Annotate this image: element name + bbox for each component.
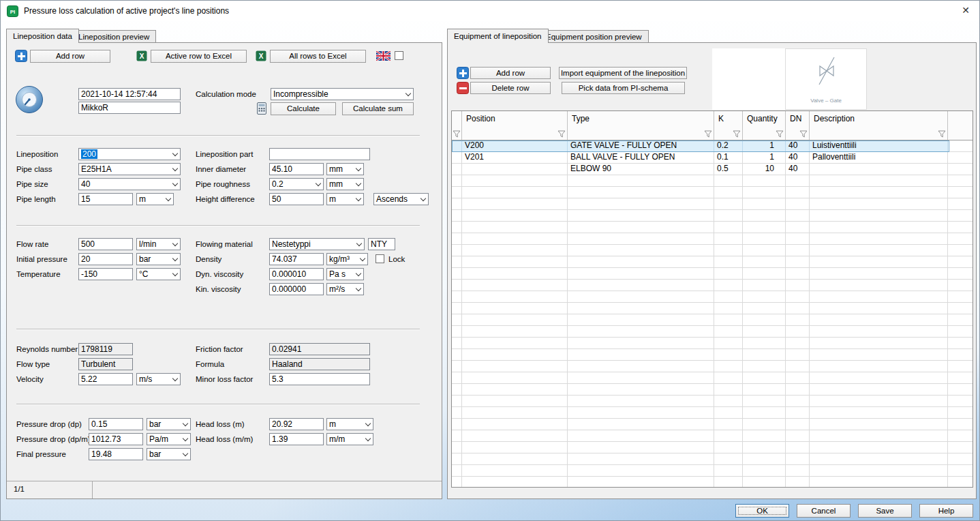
table-header-type[interactable]: Type bbox=[568, 111, 714, 140]
height-difference-unit-combobox[interactable]: m bbox=[326, 193, 364, 205]
pick-data-pi-schema-button[interactable]: Pick data from PI-schema bbox=[562, 82, 685, 94]
table-empty-row[interactable] bbox=[452, 256, 973, 268]
final-pressure-unit-combobox[interactable]: bar bbox=[147, 448, 191, 460]
table-row[interactable]: ELBOW 90 0.5 10 40 bbox=[452, 164, 973, 175]
row-gutter[interactable] bbox=[452, 140, 462, 152]
ok-button[interactable]: OK bbox=[735, 504, 789, 518]
kin-viscosity-unit-combobox[interactable]: m²/s bbox=[326, 283, 364, 295]
excel-icon[interactable]: X bbox=[136, 50, 147, 61]
pipe-class-combobox[interactable]: E25H1A bbox=[78, 163, 181, 175]
minor-loss-factor-input[interactable] bbox=[269, 373, 370, 385]
table-empty-row[interactable] bbox=[452, 291, 973, 303]
table-empty-row[interactable] bbox=[452, 442, 973, 453]
cell-position[interactable] bbox=[462, 164, 568, 175]
calculate-sum-button[interactable]: Calculate sum bbox=[342, 102, 414, 115]
lineposition-part-input[interactable] bbox=[269, 148, 370, 160]
pipe-roughness-combobox[interactable]: 0.2 bbox=[269, 178, 324, 190]
flow-rate-unit-combobox[interactable]: l/min bbox=[136, 238, 181, 250]
head-loss-m-input[interactable] bbox=[269, 418, 324, 430]
table-empty-row[interactable] bbox=[452, 280, 973, 291]
save-button[interactable]: Save bbox=[858, 504, 912, 518]
table-empty-row[interactable] bbox=[452, 453, 973, 465]
table-row[interactable]: V201 BALL VALVE - FULLY OPEN 0.1 1 40 Pa… bbox=[452, 152, 973, 164]
kin-viscosity-input[interactable] bbox=[269, 283, 324, 295]
temperature-input[interactable] bbox=[78, 268, 133, 280]
close-icon[interactable]: ✕ bbox=[962, 5, 970, 16]
flow-rate-input[interactable] bbox=[78, 238, 133, 250]
temperature-unit-combobox[interactable]: °C bbox=[136, 268, 181, 280]
head-loss-mm-unit-combobox[interactable]: m/m bbox=[326, 433, 373, 445]
table-empty-row[interactable] bbox=[452, 187, 973, 198]
tab-lineposition-data[interactable]: Lineposition data bbox=[6, 29, 79, 43]
density-input[interactable] bbox=[269, 253, 324, 265]
cell-quantity[interactable]: 1 bbox=[743, 140, 786, 152]
filter-icon[interactable] bbox=[938, 130, 946, 138]
active-row-to-excel-button[interactable]: Active row to Excel bbox=[151, 50, 247, 63]
table-empty-row[interactable] bbox=[452, 384, 973, 396]
cell-k[interactable]: 0.1 bbox=[714, 152, 743, 164]
cancel-button[interactable]: Cancel bbox=[797, 504, 851, 518]
cell-description[interactable]: Luistiventtiili bbox=[810, 140, 948, 152]
equipment-delete-row-button[interactable]: Delete row bbox=[470, 82, 551, 94]
pressure-drop-dpm-unit-combobox[interactable]: Pa/m bbox=[147, 433, 191, 445]
table-header-quantity[interactable]: Quantity bbox=[743, 111, 786, 140]
table-empty-row[interactable] bbox=[452, 465, 973, 477]
cell-quantity[interactable]: 1 bbox=[743, 152, 786, 164]
delete-row-icon[interactable] bbox=[457, 82, 469, 94]
cell-dn[interactable]: 40 bbox=[786, 152, 810, 164]
cell-type[interactable]: ELBOW 90 bbox=[568, 164, 714, 175]
table-empty-row[interactable] bbox=[452, 372, 973, 384]
pressure-drop-dp-input[interactable] bbox=[89, 418, 143, 430]
pipe-length-unit-combobox[interactable]: m bbox=[136, 193, 174, 205]
filter-icon[interactable] bbox=[776, 130, 784, 138]
flowing-material-combobox[interactable]: Nestetyppi bbox=[269, 238, 365, 250]
cell-position[interactable]: V201 bbox=[462, 152, 568, 164]
table-empty-row[interactable] bbox=[452, 314, 973, 326]
table-empty-row[interactable] bbox=[452, 245, 973, 256]
filter-icon[interactable] bbox=[453, 130, 461, 138]
calculation-mode-combobox[interactable]: Incompressible bbox=[271, 88, 414, 100]
inner-diameter-unit-combobox[interactable]: mm bbox=[326, 163, 364, 175]
height-difference-input[interactable] bbox=[269, 193, 324, 205]
filter-icon[interactable] bbox=[799, 130, 808, 138]
pipe-length-input[interactable] bbox=[78, 193, 133, 205]
table-empty-row[interactable] bbox=[452, 222, 973, 233]
cell-dn[interactable]: 40 bbox=[786, 140, 810, 152]
calculate-button[interactable]: Calculate bbox=[271, 102, 336, 115]
table-empty-row[interactable] bbox=[452, 419, 973, 430]
all-rows-to-excel-button[interactable]: All rows to Excel bbox=[270, 50, 366, 63]
row-gutter[interactable] bbox=[452, 164, 462, 175]
cell-description[interactable] bbox=[810, 164, 948, 175]
table-empty-row[interactable] bbox=[452, 175, 973, 187]
excel-icon[interactable]: X bbox=[256, 50, 266, 61]
table-empty-row[interactable] bbox=[452, 210, 973, 222]
timestamp-field[interactable] bbox=[78, 88, 181, 100]
head-loss-mm-input[interactable] bbox=[269, 433, 324, 445]
row-gutter[interactable] bbox=[452, 152, 462, 164]
pipe-roughness-unit-combobox[interactable]: mm bbox=[326, 178, 364, 190]
table-empty-row[interactable] bbox=[452, 361, 973, 372]
user-field[interactable] bbox=[78, 102, 181, 114]
tab-lineposition-preview[interactable]: Lineposition preview bbox=[72, 30, 156, 43]
add-row-icon[interactable] bbox=[15, 50, 27, 62]
table-header-dn[interactable]: DN bbox=[786, 111, 810, 140]
cell-type[interactable]: GATE VALVE - FULLY OPEN bbox=[568, 140, 714, 152]
inner-diameter-input[interactable] bbox=[269, 163, 324, 175]
table-header-position[interactable]: Position bbox=[462, 111, 568, 140]
cell-dn[interactable]: 40 bbox=[786, 164, 810, 175]
table-empty-row[interactable] bbox=[452, 268, 973, 280]
cell-description[interactable]: Palloventtiili bbox=[810, 152, 948, 164]
table-empty-row[interactable] bbox=[452, 326, 973, 338]
table-empty-row[interactable] bbox=[452, 349, 973, 361]
table-header-description[interactable]: Description bbox=[810, 111, 948, 140]
table-empty-row[interactable] bbox=[452, 396, 973, 407]
table-empty-row[interactable] bbox=[452, 198, 973, 210]
cell-position[interactable]: V200 bbox=[462, 140, 568, 152]
dyn-viscosity-unit-combobox[interactable]: Pa s bbox=[326, 268, 364, 280]
lineposition-combobox[interactable]: 200 bbox=[78, 148, 181, 160]
table-header-k[interactable]: K bbox=[714, 111, 743, 140]
velocity-input[interactable] bbox=[78, 373, 133, 385]
table-row[interactable]: V200 GATE VALVE - FULLY OPEN 0.2 1 40 Lu… bbox=[452, 140, 973, 152]
table-empty-row[interactable] bbox=[452, 430, 973, 442]
tab-equipment-position-preview[interactable]: Equipment position preview bbox=[539, 30, 649, 43]
